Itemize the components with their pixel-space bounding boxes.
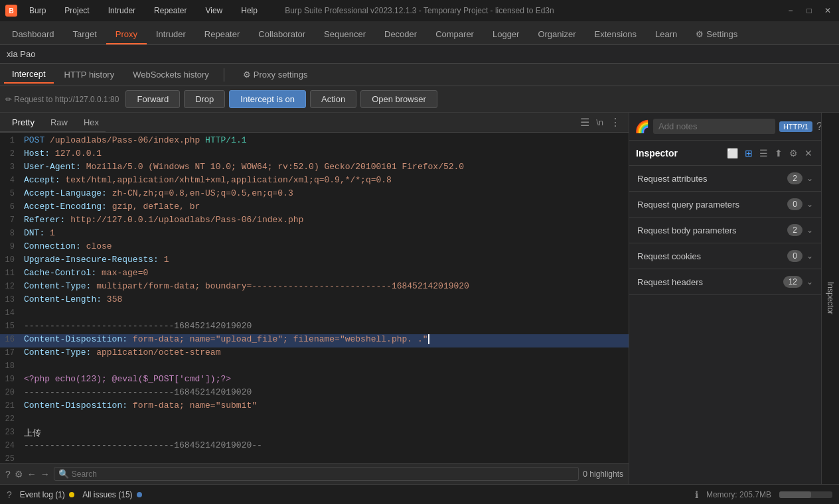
inspector-header: Inspector ⬜ ⊞ ☰ ⬆ ⚙ ✕	[629, 141, 821, 166]
code-line-8: 8 DNT: 1	[0, 228, 629, 241]
add-notes-input[interactable]	[653, 119, 775, 134]
more-icon[interactable]: ⋮	[607, 115, 623, 130]
settings-label: Settings	[706, 29, 737, 39]
word-wrap-icon[interactable]: ☰	[577, 115, 592, 130]
inspector-grid-icon[interactable]: ⊞	[743, 147, 755, 160]
inspector-icons: ⬜ ⊞ ☰ ⬆ ⚙ ✕	[725, 147, 814, 160]
editor-panel: Pretty Raw Hex ☰ \n ⋮ 1 POST /uploadlabs…	[0, 113, 629, 484]
open-browser-button[interactable]: Open browser	[360, 90, 437, 108]
burp-logo: B	[5, 5, 17, 17]
inspector-vertical-label: Inspector	[821, 113, 839, 484]
tab-logger[interactable]: Logger	[483, 25, 528, 44]
tab-comparer[interactable]: Comparer	[426, 25, 483, 44]
inspector-row-body-params[interactable]: Request body parameters 2 ⌄	[629, 218, 821, 243]
code-line-24: 24 -----------------------------16845214…	[0, 440, 629, 454]
info-icon[interactable]: ℹ	[695, 489, 698, 500]
inspector-row-cookies[interactable]: Request cookies 0 ⌄	[629, 243, 821, 269]
minimize-button[interactable]: −	[785, 5, 797, 17]
code-line-3: 3 User-Agent: Mozilla/5.0 (Windows NT 10…	[0, 162, 629, 175]
search-icon: 🔍	[58, 469, 69, 479]
code-line-13: 13 Content-Length: 358	[0, 294, 629, 308]
menu-burp[interactable]: Burp	[27, 5, 48, 17]
inspector-list-icon[interactable]: ⬜	[725, 147, 740, 160]
code-line-12: 12 Content-Type: multipart/form-data; bo…	[0, 281, 629, 294]
tab-learn[interactable]: Learn	[646, 25, 686, 44]
main-nav: Dashboard Target Proxy Intruder Repeater…	[0, 21, 839, 45]
event-log[interactable]: Event log (1)	[20, 490, 74, 499]
tab-settings[interactable]: ⚙ Settings	[686, 25, 747, 44]
tab-target[interactable]: Target	[64, 25, 106, 44]
drop-button[interactable]: Drop	[184, 90, 225, 108]
user-name: xia Pao	[7, 49, 35, 59]
tab-collaborator[interactable]: Collaborator	[249, 25, 315, 44]
editor-tab-pretty[interactable]: Pretty	[5, 115, 41, 130]
inspector-row-headers[interactable]: Request headers 12 ⌄	[629, 269, 821, 295]
all-issues[interactable]: All issues (15)	[82, 490, 142, 499]
settings-gear-icon: ⚙	[243, 70, 251, 80]
memory-info: Memory: 205.7MB	[706, 490, 771, 499]
menu-help[interactable]: Help	[238, 5, 260, 17]
config-icon[interactable]: ⚙	[15, 469, 23, 479]
search-input[interactable]	[72, 470, 574, 479]
tab-intruder[interactable]: Intruder	[147, 25, 195, 44]
back-icon[interactable]: ←	[27, 469, 37, 479]
forward-button[interactable]: Forward	[125, 90, 180, 108]
proxy-tab-websockets[interactable]: WebSockets history	[125, 66, 217, 83]
close-button[interactable]: ✕	[822, 5, 834, 17]
tab-decoder[interactable]: Decoder	[375, 25, 426, 44]
proxy-settings-btn[interactable]: ⚙ Proxy settings	[236, 67, 315, 82]
tab-proxy[interactable]: Proxy	[106, 25, 147, 44]
code-line-1: 1 POST /uploadlabs/Pass-06/index.php HTT…	[0, 135, 629, 149]
tab-organizer[interactable]: Organizer	[528, 25, 585, 44]
help-circle-icon[interactable]: ?	[5, 469, 11, 479]
main-content: Pretty Raw Hex ☰ \n ⋮ 1 POST /uploadlabs…	[0, 113, 839, 484]
memory-bar	[779, 491, 832, 498]
menu-project[interactable]: Project	[62, 5, 92, 17]
event-log-dot	[69, 492, 74, 497]
code-line-9: 9 Connection: close	[0, 241, 629, 255]
proxy-tab-intercept[interactable]: Intercept	[4, 66, 54, 84]
code-line-5: 5 Accept-Language: zh-CN,zh;q=0.8,en-US;…	[0, 188, 629, 202]
inspector-row-request-attributes[interactable]: Request attributes 2 ⌄	[629, 166, 821, 192]
menu-intruder[interactable]: Intruder	[106, 5, 138, 17]
code-line-17: 17 Content-Type: application/octet-strea…	[0, 347, 629, 361]
editor-tabs: Pretty Raw Hex	[0, 113, 106, 132]
proxy-tab-http-history[interactable]: HTTP history	[56, 66, 123, 83]
action-button[interactable]: Action	[310, 90, 356, 108]
inspector-collapse-icon[interactable]: ⬆	[773, 147, 785, 160]
tab-extensions[interactable]: Extensions	[585, 25, 647, 44]
forward-arrow-icon[interactable]: →	[40, 469, 50, 479]
tab-repeater[interactable]: Repeater	[195, 25, 249, 44]
inspector-row-query-params[interactable]: Request query parameters 0 ⌄	[629, 192, 821, 218]
menu-view[interactable]: View	[202, 5, 225, 17]
inspector-align-icon[interactable]: ☰	[757, 147, 770, 160]
toolbar: ✏ Request to http://127.0.0.1:80 Forward…	[0, 86, 839, 113]
proxy-settings-label: Proxy settings	[254, 70, 308, 80]
code-line-22: 22	[0, 414, 629, 427]
tab-dashboard[interactable]: Dashboard	[3, 25, 64, 44]
format-icon[interactable]: \n	[593, 116, 606, 129]
search-bar[interactable]: 🔍	[54, 467, 579, 481]
inspector-close-icon[interactable]: ✕	[802, 147, 814, 160]
code-line-4: 4 Accept: text/html,application/xhtml+xm…	[0, 175, 629, 188]
intercept-toggle-button[interactable]: Intercept is on	[229, 90, 306, 108]
code-editor[interactable]: 1 POST /uploadlabs/Pass-06/index.php HTT…	[0, 133, 629, 463]
maximize-button[interactable]: □	[803, 5, 815, 17]
editor-tab-raw[interactable]: Raw	[44, 115, 74, 130]
code-line-21: 21 Content-Disposition: form-data; name=…	[0, 401, 629, 414]
http-version-badge: HTTP/1	[779, 121, 812, 132]
window-controls: − □ ✕	[785, 5, 834, 17]
inspector-settings-icon[interactable]: ⚙	[787, 147, 800, 160]
code-line-16: 16 Content-Disposition: form-data; name=…	[0, 334, 629, 347]
help-status-icon[interactable]: ?	[7, 489, 12, 500]
proxy-tabs: Intercept HTTP history WebSockets histor…	[0, 64, 839, 86]
menu-repeater[interactable]: Repeater	[151, 5, 189, 17]
pencil-icon: ✏	[5, 95, 12, 104]
code-line-18: 18	[0, 361, 629, 374]
editor-tab-hex[interactable]: Hex	[77, 115, 106, 130]
notes-vertical-label: Inspector	[826, 282, 835, 314]
request-info: ✏ Request to http://127.0.0.1:80	[5, 95, 119, 104]
code-line-20: 20 -----------------------------16845214…	[0, 387, 629, 401]
tab-sequencer[interactable]: Sequencer	[315, 25, 375, 44]
code-line-14: 14	[0, 308, 629, 321]
